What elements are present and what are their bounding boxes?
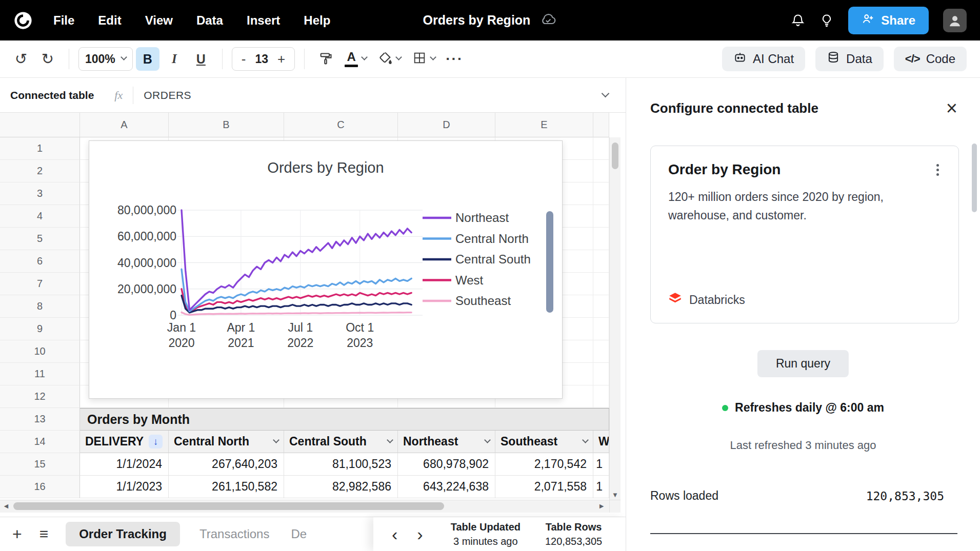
row-header-1[interactable]: 1 [0,137,80,160]
scroll-right-arrow-icon[interactable]: ► [598,502,605,510]
notifications-bell-icon[interactable] [791,13,805,28]
more-options-icon[interactable]: ··· [443,47,466,71]
sheet-tab-clipped[interactable]: De [289,522,307,546]
table-cell[interactable]: 1 [593,453,609,476]
bold-button[interactable]: B [136,47,159,71]
grid-cell[interactable] [593,385,609,408]
sheet-tab-transactions[interactable]: Transactions [197,522,272,546]
table-column-header-northeast[interactable]: Northeast [398,431,495,453]
menu-edit[interactable]: Edit [98,13,121,28]
row-header-2[interactable]: 2 [0,160,80,182]
row-header-8[interactable]: 8 [0,295,80,318]
row-header-5[interactable]: 5 [0,228,80,250]
row-header-14[interactable]: 14 [0,431,80,453]
code-button[interactable]: </> Code [894,47,967,71]
column-header-E[interactable]: E [495,113,593,137]
grid-cell[interactable] [593,273,609,295]
row-header-7[interactable]: 7 [0,273,80,295]
column-dropdown-icon[interactable] [273,437,279,443]
column-dropdown-icon[interactable] [484,437,491,443]
sheet-list-menu-icon[interactable]: ≡ [39,526,49,542]
connection-menu-kebab-icon[interactable] [934,162,941,178]
run-query-button[interactable]: Run query [757,350,849,377]
share-button[interactable]: Share [848,7,929,34]
column-header-partial[interactable] [593,113,609,137]
grid-cell[interactable] [593,295,609,318]
column-header-C[interactable]: C [284,113,398,137]
row-header-10[interactable]: 10 [0,340,80,363]
menu-data[interactable]: Data [196,13,223,28]
fill-color-picker[interactable] [374,47,405,71]
table-cell[interactable]: 2,071,558 [495,476,593,498]
row-header-16[interactable]: 16 [0,476,80,498]
redo-icon[interactable]: ↻ [36,47,59,71]
font-size-decrease-button[interactable]: - [238,51,249,67]
table-cell[interactable]: 643,224,638 [398,476,495,498]
column-dropdown-icon[interactable] [582,437,589,443]
sort-descending-icon[interactable]: ↓ [149,435,163,448]
table-cell[interactable]: 267,640,203 [169,453,284,476]
table-cell[interactable]: 2,170,542 [495,453,593,476]
row-header-12[interactable]: 12 [0,385,80,408]
grid-cell[interactable] [593,160,609,182]
grid-cell[interactable] [593,228,609,250]
row-header-6[interactable]: 6 [0,250,80,273]
italic-button[interactable]: I [163,47,186,71]
row-header-11[interactable]: 11 [0,363,80,385]
horizontal-scrollbar[interactable]: ◄ ► [0,500,609,513]
vertical-scrollbar[interactable]: ▼ [609,137,621,500]
table-cell[interactable]: 261,150,582 [169,476,284,498]
ai-chat-button[interactable]: AI Chat [722,47,805,71]
table-cell[interactable]: 81,100,523 [284,453,398,476]
grid-cell[interactable] [593,250,609,273]
orders-by-region-chart[interactable]: 020,000,00040,000,00060,000,00080,000,00… [89,140,563,399]
paint-format-icon[interactable] [314,47,337,71]
formula-bar-expand-icon[interactable] [602,89,610,97]
font-size-increase-button[interactable]: + [274,51,288,67]
app-logo-icon[interactable] [13,11,33,30]
add-sheet-button[interactable]: + [12,526,22,542]
formula-input[interactable]: ORDERS [144,89,191,101]
row-header-9[interactable]: 9 [0,318,80,340]
table-cell[interactable]: 1/1/2024 [80,453,169,476]
lightbulb-tips-icon[interactable] [819,13,834,28]
undo-icon[interactable]: ↺ [9,47,33,71]
column-dropdown-icon[interactable] [387,437,393,443]
column-header-B[interactable]: B [169,113,284,137]
menu-view[interactable]: View [145,13,173,28]
table-column-header-central-north[interactable]: Central North [169,431,284,453]
table-column-header-central-south[interactable]: Central South [284,431,398,453]
scroll-left-arrow-icon[interactable]: ◄ [3,502,10,510]
user-avatar[interactable] [943,9,967,32]
grid-cell[interactable] [593,182,609,205]
table-column-header-delivery[interactable]: DELIVERY↓ [80,431,169,453]
row-header-4[interactable]: 4 [0,205,80,228]
column-header-D[interactable]: D [398,113,495,137]
table-cell[interactable]: 82,982,586 [284,476,398,498]
grid-cell[interactable] [593,363,609,385]
borders-picker[interactable] [408,47,439,71]
menu-insert[interactable]: Insert [247,13,280,28]
row-header-13[interactable]: 13 [0,408,80,431]
scroll-down-arrow-icon[interactable]: ▼ [610,491,621,499]
tabs-scroll-left-icon[interactable]: ‹ [389,525,401,543]
table-title-cell[interactable]: Orders by Month [80,408,609,431]
grid-cell[interactable] [593,318,609,340]
select-all-corner[interactable] [0,113,80,137]
grid-cell[interactable] [593,137,609,160]
column-header-A[interactable]: A [80,113,169,137]
zoom-selector[interactable]: 100% [78,47,133,71]
tabs-scroll-right-icon[interactable]: › [414,525,426,543]
row-header-15[interactable]: 15 [0,453,80,476]
data-button[interactable]: Data [815,47,884,71]
sheet-tab-order-tracking[interactable]: Order Tracking [66,522,180,546]
horizontal-scrollbar-thumb[interactable] [13,502,444,510]
close-panel-icon[interactable]: × [946,100,957,116]
grid-cell[interactable] [593,340,609,363]
table-cell[interactable]: 680,978,902 [398,453,495,476]
table-column-header-southeast[interactable]: Southeast [495,431,593,453]
panel-scrollbar-thumb[interactable] [972,144,977,212]
table-cell[interactable]: 1 [593,476,609,498]
menu-file[interactable]: File [53,13,74,28]
table-cell[interactable]: 1/1/2023 [80,476,169,498]
